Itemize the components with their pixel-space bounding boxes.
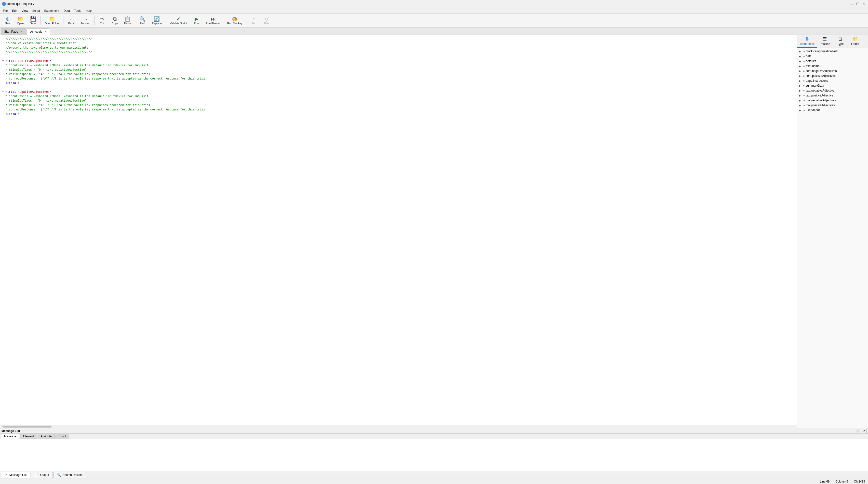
menu-item-help[interactable]: Help bbox=[84, 8, 94, 13]
main-area: ////////////////////////////////////////… bbox=[0, 35, 868, 428]
code-text-10: </trial> bbox=[5, 81, 20, 85]
toolbar-btn-open[interactable]: 📂Open bbox=[14, 15, 27, 27]
bottom-header-tab-1[interactable]: Element bbox=[20, 434, 37, 439]
tree-item-7[interactable]: ▶‹›summaryData bbox=[797, 83, 868, 88]
tree-item-0[interactable]: ▶‹›block.categorizationTask bbox=[797, 49, 868, 54]
bottom-close-btn[interactable]: ✕ bbox=[862, 429, 867, 433]
tree-tag-icon-5: ‹› bbox=[803, 74, 805, 77]
collapse-btn-12[interactable]: − bbox=[1, 90, 5, 93]
code-text-6: / inputDevice = keyboard //Note: keyboar… bbox=[5, 63, 149, 68]
horizontal-scrollbar[interactable] bbox=[0, 425, 797, 428]
bottom-footer-tab-search-results[interactable]: 🔍Search Results bbox=[53, 472, 86, 478]
tree-item-2[interactable]: ▶‹›defaults bbox=[797, 59, 868, 64]
toolbar-btn-open-folder[interactable]: 📁Open Folder bbox=[42, 15, 62, 27]
code-line-15: / validResponse = ("A", "L") //all the v… bbox=[1, 103, 796, 108]
toolbar-btn-copy[interactable]: ⧉Copy bbox=[109, 15, 121, 27]
menu-item-data[interactable]: Data bbox=[62, 8, 72, 13]
tree-tag-icon-4: ‹› bbox=[803, 69, 805, 72]
toolbar-btn-run-monkey[interactable]: 🐵Run Monkey bbox=[224, 15, 245, 27]
toolbar-btn-run[interactable]: ▶Run bbox=[190, 15, 203, 27]
tree-arrow-10: ▶ bbox=[799, 99, 802, 102]
tab-demo-iqjs[interactable]: demo.iqjs✕ bbox=[27, 28, 50, 35]
toolbar-btn-forward[interactable]: →Forward bbox=[78, 15, 93, 27]
tree-label-12: userManual bbox=[806, 109, 821, 112]
tab-start-page[interactable]: Start Page✕ bbox=[1, 28, 26, 35]
tree-item-6[interactable]: ▶‹›page.instructions bbox=[797, 78, 868, 83]
toolbar-btn-run-element[interactable]: ⏭Run Element bbox=[203, 15, 224, 27]
search-results-footer-label: Search Results bbox=[63, 473, 83, 477]
tree-arrow-11: ▶ bbox=[799, 104, 802, 107]
menu-item-file[interactable]: File bbox=[1, 8, 9, 13]
bottom-header-tab-2[interactable]: Attribute bbox=[37, 434, 55, 439]
tree-item-1[interactable]: ▶‹›data bbox=[797, 54, 868, 59]
panel-tab-alphabetic[interactable]: ⇅Alphabetic bbox=[797, 35, 817, 48]
code-content[interactable]: ////////////////////////////////////////… bbox=[0, 35, 797, 425]
code-line-1: //Then we create our trial elements that bbox=[1, 41, 796, 46]
collapse-btn-5[interactable]: − bbox=[1, 59, 5, 63]
close-button[interactable]: ✕ bbox=[861, 1, 866, 6]
code-line-8: / validResponse = ("A", "L") //all the v… bbox=[1, 72, 796, 77]
menu-item-script[interactable]: Script bbox=[30, 8, 42, 13]
tab-close-start-page[interactable]: ✕ bbox=[20, 30, 23, 33]
code-line-10: </trial> bbox=[1, 81, 796, 85]
tree-arrow-3: ▶ bbox=[799, 65, 802, 67]
code-text-3: ////////////////////////////////////////… bbox=[5, 50, 92, 55]
code-line-14: / stimulusTimes = [0 = text.negativeAdje… bbox=[1, 99, 796, 103]
tree-tag-icon-0: ‹› bbox=[803, 50, 805, 53]
bottom-maximize-btn[interactable]: ⬜ bbox=[855, 429, 861, 433]
tree-item-4[interactable]: ▶‹›item.negativeAdjectives bbox=[797, 68, 868, 73]
menu-item-edit[interactable]: Edit bbox=[10, 8, 19, 13]
toolbar-btn-back[interactable]: ←Back bbox=[65, 15, 77, 27]
menu-item-experiment[interactable]: Experiment bbox=[42, 8, 61, 13]
bottom-footer-tab-message-list[interactable]: ⚠Message List bbox=[1, 472, 30, 478]
panel-tab-position[interactable]: ☰Position bbox=[817, 35, 833, 48]
tree-tag-icon-3: ‹› bbox=[803, 65, 805, 67]
tree-item-12[interactable]: ▶‹›userManual bbox=[797, 108, 868, 113]
tab-bar: Start Page✕demo.iqjs✕ bbox=[0, 28, 868, 35]
tree-item-8[interactable]: ▶‹›text.negativeAdjective bbox=[797, 88, 868, 93]
toolbar-separator bbox=[40, 16, 41, 25]
bottom-header-tab-0[interactable]: Message bbox=[1, 434, 20, 439]
panel-tab-folder[interactable]: 📁Folder bbox=[848, 35, 863, 48]
open-icon: 📂 bbox=[18, 17, 24, 21]
tree-label-8: text.negativeAdjective bbox=[806, 89, 834, 92]
tree-arrow-1: ▶ bbox=[799, 55, 802, 58]
tree-item-9[interactable]: ▶‹›text.positiveAdjective bbox=[797, 93, 868, 98]
tree-label-2: defaults bbox=[806, 59, 816, 63]
toolbar-btn-replace[interactable]: 🔄Replace bbox=[149, 15, 164, 27]
code-line-0: ////////////////////////////////////////… bbox=[1, 37, 796, 41]
toolbar-btn-paste[interactable]: 📋Paste bbox=[122, 15, 134, 27]
tree-item-3[interactable]: ▶‹›expt.demo bbox=[797, 64, 868, 68]
toolbar-btn-validate-script[interactable]: ✔Validate Script bbox=[167, 15, 190, 27]
toolbar-btn-new[interactable]: ⊕New bbox=[1, 15, 14, 27]
tree-label-3: expt.demo bbox=[806, 64, 819, 68]
bottom-header-tab-3[interactable]: Script bbox=[55, 434, 69, 439]
menu-item-view[interactable]: View bbox=[20, 8, 30, 13]
open-folder-label: Open Folder bbox=[45, 22, 60, 25]
maximize-button[interactable]: ☐ bbox=[855, 1, 860, 6]
run-monkey-label: Run Monkey bbox=[227, 22, 243, 25]
code-line-3: ////////////////////////////////////////… bbox=[1, 50, 796, 55]
tree-item-10[interactable]: ▶‹›trial.negativeAdjectives bbox=[797, 98, 868, 103]
status-line: Line 69 bbox=[820, 480, 830, 483]
minimize-button[interactable]: — bbox=[849, 1, 854, 6]
menu-item-tools[interactable]: Tools bbox=[72, 8, 83, 13]
tree-arrow-6: ▶ bbox=[799, 80, 802, 82]
tree-item-5[interactable]: ▶‹›item.positiveAdjectives bbox=[797, 73, 868, 78]
copy-icon: ⧉ bbox=[113, 17, 117, 21]
toolbar-btn-find[interactable]: 🔍Find bbox=[136, 15, 149, 27]
tab-close-demo-iqjs[interactable]: ✕ bbox=[44, 30, 47, 33]
tree-tag-icon-2: ‹› bbox=[803, 60, 805, 63]
code-text-0: ////////////////////////////////////////… bbox=[5, 37, 92, 41]
toolbar-btn-cut[interactable]: ✂Cut bbox=[96, 15, 108, 27]
tree-item-11[interactable]: ▶‹›trial.positiveAdjectives bbox=[797, 103, 868, 108]
paste-label: Paste bbox=[124, 22, 131, 25]
panel-tab-type[interactable]: ⊟Type bbox=[833, 35, 848, 48]
cut-icon: ✂ bbox=[100, 17, 104, 21]
back-icon: ← bbox=[69, 17, 73, 21]
tree-arrow-4: ▶ bbox=[799, 70, 802, 72]
alphabetic-tab-label: Alphabetic bbox=[800, 42, 814, 46]
toolbar-btn-save[interactable]: 💾Save bbox=[27, 15, 39, 27]
new-icon: ⊕ bbox=[6, 17, 10, 21]
bottom-footer-tab-output[interactable]: 📄Output bbox=[31, 472, 53, 478]
